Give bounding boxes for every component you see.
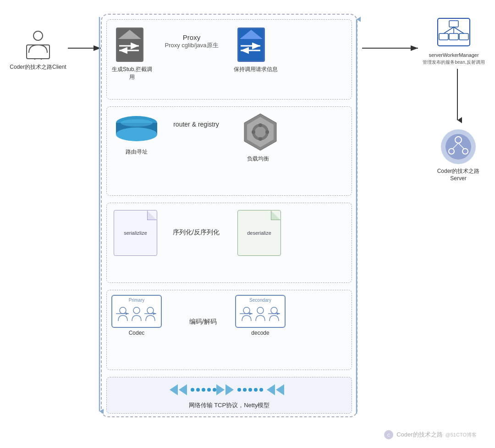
swm-title: serverWorkerManager	[429, 52, 478, 58]
svg-point-48	[191, 388, 194, 392]
svg-point-34	[147, 307, 154, 314]
svg-point-49	[196, 388, 200, 392]
proxy-middle-label: Proxy Proxy cglib/java原生	[155, 33, 228, 50]
proxy-right-label: 保持调用请求信息	[231, 66, 281, 73]
codec-primary-badge: Primary	[116, 298, 157, 303]
svg-line-75	[454, 27, 464, 33]
section-serial: serializlize 序列化/反序列化 deserialize	[106, 203, 352, 283]
svg-point-52	[213, 388, 216, 392]
proxy-subtitle: Proxy cglib/java原生	[155, 41, 228, 50]
section-codec: Primary	[106, 290, 352, 370]
vertical-up-arrow	[352, 15, 361, 416]
svg-point-41	[271, 307, 277, 314]
proxy-to-server-arrow	[362, 44, 422, 53]
svg-point-39	[243, 307, 250, 314]
svg-point-30	[252, 130, 255, 134]
codec-right-label: decode	[235, 330, 286, 336]
server-icon	[440, 128, 477, 165]
svg-rect-71	[449, 33, 458, 40]
section-router: 路由寻址 router & registry	[106, 106, 352, 196]
codec-middle-label: 编码/解码	[166, 318, 240, 326]
svg-point-31	[265, 130, 269, 134]
svg-marker-61	[276, 384, 284, 395]
swm-label: serverWorkerManager 管理发布的服务bean,反射调用	[422, 52, 486, 66]
swm-icon	[435, 16, 472, 50]
main-box: 生成Stub,拦截调用 Proxy Proxy cglib/java原生	[101, 14, 358, 417]
svg-point-57	[248, 388, 252, 392]
svg-point-0	[33, 31, 43, 40]
codec-secondary-badge: Secondary	[240, 298, 281, 303]
client-area: Coder的技术之路Client	[8, 28, 68, 71]
tcp-label: 网络传输 TCP协议，Netty模型	[189, 401, 270, 409]
svg-point-55	[237, 388, 241, 392]
section-tcp: 网络传输 TCP协议，Netty模型	[106, 377, 352, 414]
proxy-title: Proxy	[155, 33, 228, 41]
serialize-icon: serializlize	[114, 210, 157, 256]
router-middle-label: router & registry	[160, 121, 233, 128]
svg-point-50	[202, 388, 205, 392]
stub-icon	[114, 25, 150, 66]
svg-point-51	[207, 388, 211, 392]
watermark-sub: @51CTO博客	[446, 431, 477, 438]
client-label: Coder的技术之路Client	[8, 63, 68, 71]
svg-marker-47	[179, 384, 187, 395]
svg-marker-60	[267, 384, 275, 395]
svg-point-59	[259, 388, 263, 392]
svg-point-29	[258, 137, 262, 141]
svg-rect-1	[27, 45, 50, 59]
swm-area: serverWorkerManager 管理发布的服务bean,反射调用	[422, 16, 486, 66]
watermark: C Coder的技术之路 @51CTO博客	[384, 430, 477, 440]
svg-text:C: C	[387, 433, 390, 437]
svg-point-27	[255, 127, 266, 138]
watermark-text: Coder的技术之路	[396, 431, 442, 439]
svg-point-23	[121, 119, 153, 127]
svg-rect-70	[439, 33, 448, 40]
section-proxy: 生成Stub,拦截调用 Proxy Proxy cglib/java原生	[106, 19, 352, 100]
svg-point-22	[116, 127, 157, 141]
svg-marker-46	[170, 384, 178, 395]
watermark-icon: C	[384, 430, 394, 440]
svg-point-33	[133, 307, 140, 314]
server-label: Coder的技术之路Server	[431, 167, 486, 182]
svg-line-73	[444, 27, 454, 33]
codec-secondary: Secondary	[235, 295, 286, 336]
svg-point-28	[258, 123, 262, 127]
server-area: Coder的技术之路Server	[431, 128, 486, 182]
client-icon	[22, 28, 54, 60]
svg-point-56	[243, 388, 247, 392]
svg-rect-72	[459, 33, 468, 40]
svg-marker-54	[226, 384, 234, 395]
codec-primary: Primary	[111, 295, 162, 336]
proxy-right-icon	[235, 25, 272, 66]
serial-middle-label: 序列化/反序列化	[160, 228, 233, 237]
swm-to-server-arrow	[453, 69, 462, 124]
svg-point-58	[254, 388, 258, 392]
loadbalancer-label: 负载均衡	[233, 155, 283, 163]
tcp-wave-icons	[170, 382, 289, 398]
watermark-brand: Coder的技术之路	[396, 431, 442, 438]
vertical-down-arrow	[95, 15, 104, 416]
svg-rect-2	[35, 59, 41, 60]
codec-left-label: Codec	[111, 330, 162, 336]
svg-rect-69	[449, 21, 458, 27]
svg-marker-53	[216, 384, 225, 395]
deserialize-icon: deserialize	[237, 210, 281, 256]
router-icon	[114, 114, 160, 150]
stub-label: 生成Stub,拦截调用	[109, 66, 155, 81]
swm-sub: 管理发布的服务bean,反射调用	[423, 60, 484, 65]
svg-point-79	[446, 134, 471, 160]
diagram-container: Coder的技术之路Client	[0, 0, 495, 448]
svg-point-32	[120, 307, 126, 314]
router-label: 路由寻址	[109, 148, 164, 156]
loadbalancer-icon	[240, 111, 281, 155]
svg-point-40	[257, 307, 264, 314]
